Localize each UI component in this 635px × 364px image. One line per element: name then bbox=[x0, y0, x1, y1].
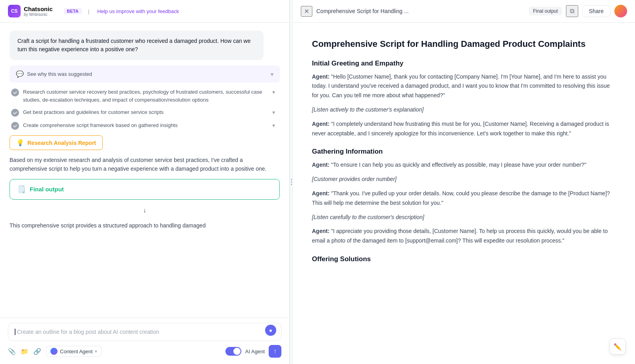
left-panel: CS Chatsonic by Writesonic BETA | Help u… bbox=[0, 0, 290, 364]
toolbar-left: 📎 📁 🔗 Content Agent ▾ bbox=[8, 346, 102, 357]
toolbar-row: 📎 📁 🔗 Content Agent ▾ AI Agent ↑ bbox=[8, 345, 281, 358]
doc-paragraph: Agent: "I completely understand how frus… bbox=[312, 119, 616, 139]
link-icon[interactable]: 🔗 bbox=[33, 348, 41, 355]
summary-text: Based on my extensive research and analy… bbox=[10, 156, 280, 173]
section-title-1: Initial Greeting and Empathy bbox=[312, 60, 616, 67]
agent-selector[interactable]: Content Agent ▾ bbox=[46, 346, 102, 357]
folder-icon[interactable]: 📁 bbox=[21, 348, 29, 355]
app-header: CS Chatsonic by Writesonic BETA | Help u… bbox=[0, 0, 289, 23]
logo-icon: CS bbox=[8, 5, 21, 17]
final-output-badge: 🗒️ Final output bbox=[10, 179, 280, 200]
input-placeholder: Create an outline for a blog post about … bbox=[17, 329, 275, 335]
brand-sub: by Writesonic bbox=[24, 12, 53, 17]
edit-fab-button[interactable]: ✏️ bbox=[610, 339, 625, 354]
steps-area: Research customer service recovery best … bbox=[10, 88, 280, 130]
doc-italic: [Customer provides order number] bbox=[312, 175, 616, 184]
down-arrow: ↓ bbox=[10, 205, 280, 216]
chevron-down-icon[interactable]: ▾ bbox=[269, 108, 278, 116]
chevron-down-icon: ▾ bbox=[271, 71, 273, 77]
close-button[interactable]: ✕ bbox=[301, 6, 312, 17]
step-item: Research customer service recovery best … bbox=[11, 88, 278, 104]
right-content: Comprehensive Script for Handling Damage… bbox=[293, 23, 635, 364]
logo-area: CS Chatsonic by Writesonic bbox=[8, 5, 53, 17]
doc-main-title: Comprehensive Script for Handling Damage… bbox=[312, 39, 616, 50]
edit-icon: ✏️ bbox=[614, 343, 622, 351]
bold-label: Agent: bbox=[312, 228, 329, 234]
chat-area: Craft a script for handling a frustrated… bbox=[0, 23, 289, 318]
bold-label: Agent: bbox=[312, 162, 329, 168]
submit-button[interactable]: ↑ bbox=[269, 345, 281, 358]
step-item: Create comprehensive script framework ba… bbox=[11, 121, 278, 130]
chevron-down-icon: ▾ bbox=[95, 349, 97, 354]
research-badge: 💡 Research Analysis Report bbox=[10, 135, 103, 150]
suggestion-row[interactable]: 💬 See why this was suggested ▾ bbox=[10, 65, 280, 83]
step-item: Get best practices and guidelines for cu… bbox=[11, 108, 278, 117]
doc-paragraph: Agent: "To ensure I can help you as quic… bbox=[312, 160, 616, 170]
doc-paragraph: Agent: "Thank you. I've pulled up your o… bbox=[312, 189, 616, 208]
chat-icon: 💬 bbox=[16, 70, 24, 78]
bold-label: Agent: bbox=[312, 73, 329, 80]
step-check-icon bbox=[11, 89, 19, 96]
brand-name: Chatsonic bbox=[24, 6, 53, 12]
doc-paragraph: Agent: "Hello [Customer Name], thank you… bbox=[312, 72, 616, 100]
input-area: Create an outline for a blog post about … bbox=[0, 318, 289, 364]
step-check-icon bbox=[11, 122, 19, 130]
right-panel: ✕ Comprehensive Script for Handling ... … bbox=[293, 0, 635, 364]
research-icon: 💡 bbox=[16, 139, 24, 146]
panel-divider[interactable] bbox=[290, 0, 293, 364]
ai-agent-toggle[interactable] bbox=[225, 347, 241, 356]
doc-italic: [Listen actively to the customer's expla… bbox=[312, 105, 616, 115]
share-button[interactable]: Share bbox=[582, 5, 610, 17]
final-output-tag: Final output bbox=[529, 7, 562, 15]
chevron-down-icon[interactable]: ▾ bbox=[269, 121, 278, 129]
right-header: ✕ Comprehensive Script for Handling ... … bbox=[293, 0, 635, 23]
bold-label: Agent: bbox=[312, 190, 329, 196]
bold-label: Agent: bbox=[312, 121, 329, 127]
chevron-down-icon[interactable]: ▾ bbox=[269, 88, 278, 96]
beta-badge: BETA bbox=[64, 8, 82, 14]
send-button[interactable]: ● bbox=[265, 325, 276, 336]
ai-agent-label: AI Agent bbox=[245, 349, 265, 354]
copy-button[interactable]: ⧉ bbox=[566, 5, 578, 17]
step-text: Create comprehensive script framework ba… bbox=[23, 121, 265, 129]
input-cursor bbox=[15, 329, 15, 335]
submit-icon: ↑ bbox=[273, 348, 277, 355]
user-message: Craft a script for handling a frustrated… bbox=[10, 31, 264, 60]
doc-title: Comprehensive Script for Handling ... bbox=[316, 8, 525, 14]
section-title-3: Offering Solutions bbox=[312, 255, 616, 263]
step-check-icon bbox=[11, 109, 19, 117]
attachment-icon[interactable]: 📎 bbox=[8, 348, 16, 355]
step-text: Get best practices and guidelines for cu… bbox=[23, 108, 265, 116]
section-title-2: Gathering Information bbox=[312, 148, 616, 156]
agent-avatar bbox=[50, 348, 58, 355]
final-summary-text: This comprehensive script provides a str… bbox=[10, 221, 280, 230]
agent-label: Content Agent bbox=[60, 349, 92, 354]
send-icon: ● bbox=[269, 327, 272, 333]
feedback-link[interactable]: Help us improve with your feedback bbox=[97, 8, 179, 14]
input-box: Create an outline for a blog post about … bbox=[8, 323, 281, 341]
final-output-icon: 🗒️ bbox=[17, 185, 26, 194]
doc-paragraph: Agent: "I appreciate you providing those… bbox=[312, 227, 616, 246]
doc-italic: [Listen carefully to the customer's desc… bbox=[312, 213, 616, 222]
toggle-knob bbox=[233, 348, 241, 355]
user-avatar bbox=[614, 5, 627, 17]
step-text: Research customer service recovery best … bbox=[23, 88, 265, 104]
toolbar-right: AI Agent ↑ bbox=[225, 345, 281, 358]
